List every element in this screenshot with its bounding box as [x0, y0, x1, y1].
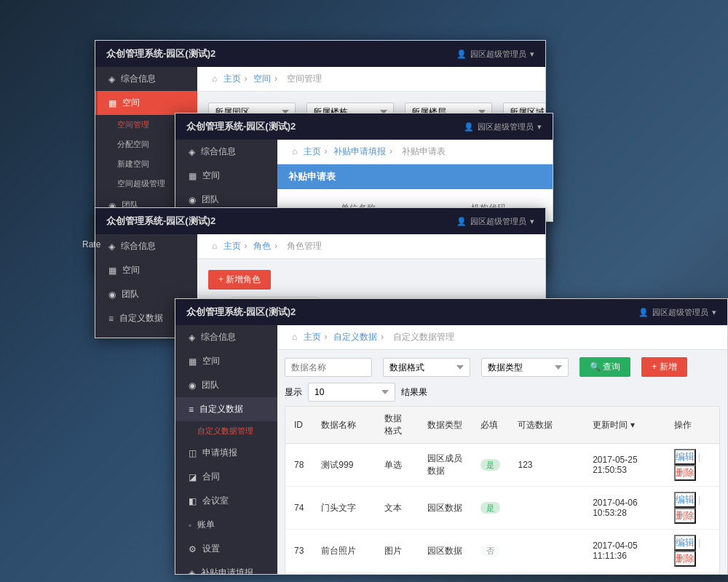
sidebar-item-space[interactable]: ▦ 空间 — [95, 91, 197, 115]
w2-general-icon: ◈ — [189, 147, 195, 157]
w2-space[interactable]: ▦ 空间 — [175, 164, 277, 188]
win3-breadcrumb: ⌂ 主页› 角色› 角色管理 — [197, 234, 545, 259]
table-row: 73 前台照片 图片 园区数据 否 2017-04-05 11:11:36 编辑… — [285, 530, 719, 573]
search-icon4: 🔍 — [590, 362, 601, 372]
w4-meeting[interactable]: ◧会议室 — [175, 489, 277, 513]
win4-new-btn[interactable]: + 新增 — [641, 357, 687, 377]
home-icon: ⌂ — [212, 73, 217, 84]
th-type: 数据类型 — [419, 407, 472, 444]
w4-contract[interactable]: ◪合同 — [175, 465, 277, 489]
win2-breadcrumb: ⌂ 主页› 补贴申请填报› 补贴申请表 — [277, 140, 553, 164]
chevron-down-icon: ▾ — [530, 49, 534, 59]
win4-search-btn[interactable]: 🔍 查询 — [579, 357, 630, 377]
win4-filter-row: 数据格式 数据类型 🔍 查询 + 新增 — [285, 357, 720, 377]
win1-title: 众创管理系统-园区(测试)2 — [106, 47, 215, 60]
chevron-down-icon2: ▾ — [537, 122, 542, 132]
w2-team-icon: ◉ — [189, 195, 196, 205]
home-icon3: ⌂ — [212, 241, 217, 251]
w4-custom-manage[interactable]: 自定义数据管理 — [175, 421, 277, 441]
user-icon: 👤 — [456, 49, 467, 59]
subsidy-form-window: 众创管理系统-园区(测试)2 👤 园区超级管理员 ▾ ◈ 综合信息 ▦ 空间 ◉… — [175, 113, 553, 222]
win1-breadcrumb: ⌂ 主页› 空间› 空间管理 — [197, 67, 545, 92]
win4-body: ◈综合信息 ▦空间 ◉团队 ≡自定义数据 自定义数据管理 ◫申请填报 ◪合同 ◧… — [175, 325, 727, 574]
general-icon: ◈ — [108, 74, 115, 84]
w3-general[interactable]: ◈综合信息 — [95, 234, 197, 258]
win4-breadcrumb: ⌂ 主页› 自定义数据› 自定义数据管理 — [277, 325, 727, 350]
win3-user: 👤 园区超级管理员 ▾ — [456, 216, 534, 227]
th-action: 操作 — [665, 407, 719, 444]
win2-title: 众创管理系统-园区(测试)2 — [186, 120, 296, 133]
w4-bill[interactable]: ◦账单 — [175, 513, 277, 537]
custom-data-table: ID 数据名称 数据格式 数据类型 必填 可选数据 更新时间 ▾ 操作 78 — [285, 406, 720, 574]
w4-team[interactable]: ◉团队 — [175, 373, 277, 397]
type-select[interactable]: 数据类型 — [481, 358, 569, 377]
home-icon2: ⌂ — [292, 146, 297, 156]
space-icon: ▦ — [108, 98, 116, 108]
th-id: ID — [285, 407, 312, 444]
table-row: 72 委员名名 文本 园区成员数据 是 2017-03-29 19:14:29 … — [285, 573, 719, 575]
form-title-bar: 补贴申请表 — [277, 164, 553, 189]
sort-icon4: ▾ — [630, 420, 635, 430]
w4-custom[interactable]: ≡自定义数据 — [175, 397, 277, 421]
w4-general[interactable]: ◈综合信息 — [175, 325, 277, 349]
sidebar-item-general[interactable]: ◈ 综合信息 — [95, 67, 197, 91]
table-row: 74 门头文字 文本 园区数据 是 2017-04-06 10:53:28 编辑… — [285, 487, 719, 530]
win4-sidebar: ◈综合信息 ▦空间 ◉团队 ≡自定义数据 自定义数据管理 ◫申请填报 ◪合同 ◧… — [175, 325, 277, 574]
th-required: 必填 — [472, 407, 509, 444]
w4-apply[interactable]: ◫申请填报 — [175, 441, 277, 465]
add-role-button[interactable]: + 新增角色 — [208, 270, 271, 290]
win4-toolbar: 显示 10 结果果 — [285, 383, 720, 402]
w2-general[interactable]: ◈ 综合信息 — [175, 140, 277, 164]
win4-main: ⌂ 主页› 自定义数据› 自定义数据管理 数据格式 数据类型 🔍 — [277, 325, 727, 574]
win1-header: 众创管理系统-园区(测试)2 👤 园区超级管理员 ▾ — [95, 41, 545, 67]
th-format: 数据格式 — [376, 407, 419, 444]
win4-title: 众创管理系统-园区(测试)2 — [186, 306, 296, 319]
th-name: 数据名称 — [312, 407, 376, 444]
format-select[interactable]: 数据格式 — [383, 358, 470, 377]
user-icon2: 👤 — [464, 122, 474, 132]
th-updated: 更新时间 ▾ — [584, 407, 665, 444]
win1-user: 👤 园区超级管理员 ▾ — [456, 49, 534, 60]
user-icon4: 👤 — [638, 308, 649, 317]
w3-space[interactable]: ▦空间 — [95, 258, 197, 282]
data-name-input[interactable] — [285, 358, 372, 377]
w4-space[interactable]: ▦空间 — [175, 349, 277, 373]
win3-header: 众创管理系统-园区(测试)2 👤 园区超级管理员 ▾ — [95, 208, 545, 234]
win4-user: 👤 园区超级管理员 ▾ — [638, 307, 716, 318]
page-size4[interactable]: 10 — [308, 383, 395, 402]
win4-header: 众创管理系统-园区(测试)2 👤 园区超级管理员 ▾ — [175, 299, 727, 325]
delete-btn[interactable]: 删除 — [674, 551, 696, 567]
win2-user: 👤 园区超级管理员 ▾ — [464, 121, 542, 132]
th-options: 可选数据 — [509, 407, 584, 444]
custom-data-window: 众创管理系统-园区(测试)2 👤 园区超级管理员 ▾ ◈综合信息 ▦空间 ◉团队… — [175, 298, 728, 575]
edit-btn[interactable]: 编辑 — [674, 449, 696, 465]
delete-btn[interactable]: 删除 — [674, 465, 696, 481]
rate-text: Rate — [82, 239, 100, 250]
win2-header: 众创管理系统-园区(测试)2 👤 园区超级管理员 ▾ — [175, 113, 553, 140]
show-label4: 显示 — [285, 386, 302, 399]
user-icon3: 👤 — [456, 217, 467, 226]
win4-content: 数据格式 数据类型 🔍 查询 + 新增 显示 — [277, 350, 727, 574]
delete-btn[interactable]: 删除 — [674, 508, 696, 524]
home-icon4: ⌂ — [292, 332, 297, 342]
table-row: 78 测试999 单选 园区成员数据 是 123 2017-05-25 21:5… — [285, 444, 719, 487]
edit-btn[interactable]: 编辑 — [674, 535, 696, 551]
w2-space-icon: ▦ — [189, 171, 197, 181]
chevron-down-icon4: ▾ — [712, 308, 716, 317]
w4-settings[interactable]: ⚙设置 — [175, 537, 277, 561]
edit-btn[interactable]: 编辑 — [674, 492, 696, 508]
win3-title: 众创管理系统-园区(测试)2 — [106, 215, 215, 228]
results4: 结果果 — [401, 386, 427, 399]
w4-subsidy[interactable]: ◈补贴申请填报 — [175, 561, 277, 574]
chevron-down-icon3: ▾ — [530, 217, 534, 226]
